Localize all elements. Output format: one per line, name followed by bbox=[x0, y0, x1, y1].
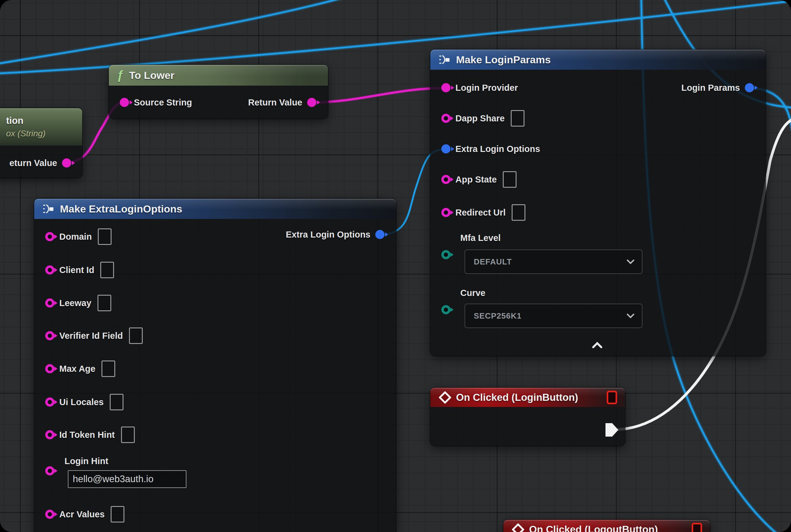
extra-login-options-input-pin[interactable] bbox=[441, 144, 450, 153]
node-to-lower[interactable]: ƒ To Lower Source String Return Value bbox=[109, 65, 328, 119]
login-hint-label: Login Hint bbox=[64, 456, 108, 466]
acr-values-input-pin[interactable] bbox=[45, 510, 54, 519]
verifier-id-field-input-pin[interactable] bbox=[45, 331, 54, 340]
make-struct-icon bbox=[438, 54, 450, 66]
node-title: On Clicked (LoginButton) bbox=[456, 392, 578, 403]
exec-output-pin[interactable] bbox=[605, 423, 618, 437]
node-title: Make LoginParams bbox=[456, 54, 551, 66]
app-state-checkbox[interactable] bbox=[503, 171, 517, 188]
dapp-share-input-pin[interactable] bbox=[441, 114, 450, 123]
curve-input-pin[interactable] bbox=[441, 305, 450, 314]
mfa-level-value: DEFAULT bbox=[474, 257, 512, 267]
extra-login-options-output-pin[interactable] bbox=[375, 230, 385, 239]
pin-label: Domain bbox=[59, 232, 92, 242]
client-id-checkbox[interactable] bbox=[100, 262, 114, 278]
make-struct-icon bbox=[42, 203, 54, 215]
id-token-hint-input-pin[interactable] bbox=[45, 430, 54, 439]
login-params-output-pin[interactable] bbox=[745, 83, 754, 92]
pin-label: Login Provider bbox=[456, 83, 518, 93]
pin-label: Id Token Hint bbox=[59, 430, 115, 440]
login-hint-input-pin[interactable] bbox=[45, 466, 54, 475]
collapse-node-button[interactable] bbox=[591, 341, 604, 350]
pin-label: Acr Values bbox=[59, 509, 104, 519]
domain-checkbox[interactable] bbox=[98, 228, 112, 245]
pin-label: Extra Login Options bbox=[286, 230, 370, 240]
pin-label: Leeway bbox=[59, 298, 91, 308]
leeway-checkbox[interactable] bbox=[97, 295, 111, 311]
domain-input-pin[interactable] bbox=[45, 232, 54, 241]
max-age-input-pin[interactable] bbox=[45, 364, 54, 373]
pin-label: Ui Locales bbox=[59, 397, 103, 407]
node-title: tion bbox=[6, 115, 23, 126]
pin-label: Return Value bbox=[248, 97, 302, 108]
pin-label: Login Params bbox=[681, 83, 740, 93]
pin-label: Max Age bbox=[59, 364, 95, 374]
delegate-pin-icon[interactable] bbox=[607, 391, 617, 404]
verifier-id-field-checkbox[interactable] bbox=[129, 327, 143, 344]
max-age-checkbox[interactable] bbox=[101, 360, 115, 377]
pin-label: Dapp Share bbox=[456, 113, 505, 124]
mfa-level-input-pin[interactable] bbox=[441, 250, 450, 259]
pin-label: Client Id bbox=[59, 265, 94, 275]
client-id-input-pin[interactable] bbox=[45, 265, 54, 274]
return-value-output-pin[interactable] bbox=[62, 158, 71, 168]
delegate-pin-icon[interactable] bbox=[692, 523, 702, 532]
redirect-url-input-pin[interactable] bbox=[441, 208, 450, 217]
node-title: Make ExtraLoginOptions bbox=[60, 203, 182, 215]
curve-label: Curve bbox=[460, 288, 485, 298]
function-icon: ƒ bbox=[117, 69, 123, 81]
app-state-input-pin[interactable] bbox=[441, 175, 450, 184]
chevron-down-icon bbox=[626, 259, 635, 264]
pin-label: Extra Login Options bbox=[456, 144, 540, 154]
blueprint-canvas[interactable]: tion ox (String) eturn Value ƒ To Lower … bbox=[0, 0, 791, 532]
mfa-level-label: Mfa Level bbox=[460, 233, 501, 243]
acr-values-checkbox[interactable] bbox=[111, 506, 124, 522]
curve-dropdown[interactable]: SECP256K1 bbox=[465, 304, 642, 328]
pin-label: Source String bbox=[134, 97, 192, 108]
return-value-output-pin[interactable] bbox=[307, 98, 316, 107]
pin-label: Verifier Id Field bbox=[59, 331, 123, 341]
event-icon bbox=[438, 391, 452, 404]
node-make-login-params[interactable]: Make LoginParams Login Provider Login Pa… bbox=[430, 50, 766, 356]
node-title: On Clicked (LogoutButton) bbox=[529, 524, 658, 532]
ui-locales-input-pin[interactable] bbox=[45, 397, 54, 407]
node-title: To Lower bbox=[129, 70, 175, 81]
ui-locales-checkbox[interactable] bbox=[110, 394, 123, 410]
chevron-up-icon bbox=[592, 342, 602, 348]
node-on-clicked-logout-button[interactable]: On Clicked (LogoutButton) bbox=[503, 520, 710, 532]
screenshot-frame: tion ox (String) eturn Value ƒ To Lower … bbox=[0, 0, 791, 532]
node-on-clicked-login-button[interactable]: On Clicked (LoginButton) bbox=[430, 388, 625, 446]
curve-value: SECP256K1 bbox=[474, 311, 521, 321]
id-token-hint-checkbox[interactable] bbox=[121, 426, 135, 443]
pin-label: Redirect Url bbox=[456, 208, 505, 218]
dapp-share-checkbox[interactable] bbox=[511, 110, 524, 127]
login-provider-input-pin[interactable] bbox=[441, 83, 450, 92]
login-hint-textfield[interactable] bbox=[68, 470, 187, 488]
pin-label: App State bbox=[456, 175, 497, 185]
leeway-input-pin[interactable] bbox=[45, 299, 54, 308]
node-partial-string-function[interactable]: tion ox (String) eturn Value bbox=[0, 108, 82, 178]
wire-blue-topleft-upper[interactable] bbox=[0, 0, 348, 63]
event-icon bbox=[512, 523, 525, 532]
node-make-extra-login-options[interactable]: Make ExtraLoginOptions Domain Extra Logi… bbox=[34, 199, 396, 532]
source-string-input-pin[interactable] bbox=[120, 98, 129, 107]
chevron-down-icon bbox=[626, 314, 635, 318]
node-subtitle: ox (String) bbox=[6, 129, 45, 138]
pin-label: eturn Value bbox=[9, 158, 57, 168]
mfa-level-dropdown[interactable]: DEFAULT bbox=[465, 249, 642, 274]
redirect-url-checkbox[interactable] bbox=[512, 204, 525, 221]
